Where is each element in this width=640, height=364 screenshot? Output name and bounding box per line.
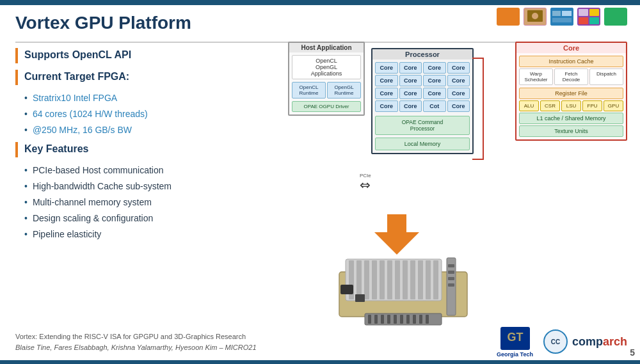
dispatch: Dispatch (589, 68, 623, 85)
core-21: Core (399, 88, 422, 99)
texture-units: Texture Units (519, 125, 623, 137)
core-03: Core (447, 62, 470, 74)
svg-rect-19 (400, 315, 403, 324)
host-label: Host Application (289, 43, 364, 52)
svg-rect-3 (550, 8, 573, 26)
lsu-unit: LSU (561, 100, 581, 111)
feature-2: • High-bandwidth Cache sub-system (24, 180, 284, 193)
fpu-unit: FPU (582, 100, 602, 111)
sub-bullet-3: • @250 MHz, 16 GB/s BW (24, 123, 284, 137)
bullet-text-1: Supports OpenCL API (24, 48, 131, 62)
core-11: Core (399, 75, 422, 86)
core-33: Core (447, 100, 470, 112)
gpu-unit: GPU (604, 100, 623, 111)
core-23: Core (447, 88, 470, 99)
bullet-fpga: Current Target FPGA: (15, 70, 284, 85)
orange-icon (497, 8, 520, 26)
svg-rect-42 (340, 285, 353, 294)
svg-text:CC: CC (551, 338, 560, 345)
dot-f3: • (24, 197, 28, 207)
svg-rect-6 (552, 18, 572, 22)
left-panel: Supports OpenCL API Current Target FPGA:… (15, 48, 284, 246)
core-detail-label: Core (516, 43, 626, 53)
svg-rect-22 (419, 315, 422, 324)
svg-rect-21 (413, 315, 416, 324)
bullet-bar-1 (15, 48, 18, 63)
core-00: Core (375, 62, 398, 74)
opengl-runtime: OpenGLRuntime (327, 82, 361, 99)
blue-icon (550, 8, 573, 26)
svg-rect-16 (381, 315, 384, 324)
gpu-card-image (326, 253, 480, 336)
svg-rect-31 (395, 260, 400, 299)
features-sub-bullets: • PCIe-based Host communication • High-b… (24, 164, 284, 241)
alu-unit: ALU (519, 100, 539, 111)
gt-logo-icon: GT (499, 326, 531, 351)
footer-line1: Vortex: Extending the RISC-V ISA for GPG… (15, 333, 246, 340)
processor-block: Processor Core Core Core Core Core Core … (371, 48, 474, 154)
warp-scheduler: WarpScheduler (519, 68, 553, 85)
runtime-row: OpenCLRuntime OpenGLRuntime (292, 82, 361, 99)
dot-f4: • (24, 213, 28, 223)
svg-rect-9 (589, 9, 599, 16)
csr-unit: CSR (540, 100, 560, 111)
page-title: Vortex GPU Platform (15, 13, 191, 33)
sub-bullet-2: • 64 cores (1024 H/W threads) (24, 107, 284, 121)
sub-text-1: Stratrix10 Intel FPGA (33, 91, 117, 105)
svg-rect-27 (364, 260, 369, 299)
opencl-opengl-box: OpenCLOpenGLApplications (292, 55, 361, 79)
fetch-decode: FetchDecode (554, 68, 588, 85)
footer: Vortex: Extending the RISC-V ISA for GPG… (15, 331, 257, 352)
feature-1: • PCIe-based Host communication (24, 164, 284, 177)
svg-rect-28 (372, 260, 377, 299)
sub-text-2: 64 cores (1024 H/W threads) (33, 107, 148, 121)
feature-text-5: Pipeline elasticity (33, 228, 101, 241)
bullet-opencl: Supports OpenCL API (15, 48, 284, 63)
page-number: 5 (630, 347, 635, 358)
svg-rect-32 (403, 260, 408, 299)
double-arrow-icon: ⇔ (360, 178, 371, 191)
svg-rect-17 (387, 315, 390, 324)
core-01: Core (399, 62, 422, 74)
top-bar (0, 0, 640, 5)
sub-bullet-1: • Stratrix10 Intel FPGA (24, 91, 284, 105)
dot-3: • (24, 125, 28, 135)
feature-text-4: Design scaling & configuration (33, 212, 153, 225)
georgia-tech-text: Georgia Tech (497, 351, 533, 358)
photo-icon-1 (524, 8, 547, 26)
diagram-area: Host Application OpenCLOpenGLApplication… (288, 35, 627, 227)
svg-text:GT: GT (507, 331, 523, 344)
svg-rect-30 (387, 260, 392, 299)
feature-text-2: High-bandwidth Cache sub-system (33, 180, 172, 193)
arrow-shaft (387, 214, 406, 233)
core-22: Core (423, 88, 446, 99)
feature-text-3: Multi-channel memory system (33, 196, 152, 209)
processor-label: Processor (372, 49, 472, 59)
comparch-logo-icon: CC (543, 329, 568, 354)
comparch-logo: CC comparch (543, 329, 627, 354)
core-32: Cot (423, 100, 446, 112)
core-detail-block: Core Instruction Cache WarpScheduler Fet… (515, 42, 627, 141)
arrow-down-icon (374, 232, 419, 255)
svg-rect-29 (380, 260, 385, 299)
local-memory: Local Memory (375, 138, 470, 150)
svg-rect-11 (589, 17, 599, 24)
comparch-text: comparch (572, 335, 627, 349)
feature-text-1: PCIe-based Host communication (33, 164, 164, 177)
bullet-text-2: Current Target FPGA: (24, 70, 129, 84)
bullet-bar-3 (15, 142, 18, 157)
photo-icon-2 (577, 8, 600, 26)
dot-1: • (24, 93, 28, 103)
header-icons (497, 8, 627, 26)
svg-rect-36 (433, 260, 438, 299)
svg-rect-8 (579, 9, 588, 16)
core-20: Core (375, 88, 398, 99)
svg-rect-5 (562, 11, 572, 16)
feature-5: • Pipeline elasticity (24, 228, 284, 241)
slide-border-bottom (0, 360, 640, 364)
core-12: Core (423, 75, 446, 86)
warp-row: WarpScheduler FetchDecode Dispatch (519, 68, 623, 85)
svg-rect-38 (448, 264, 454, 267)
pcie-connector: PCIe ⇔ (360, 173, 371, 191)
opencl-runtime: OpenCLRuntime (292, 82, 326, 99)
